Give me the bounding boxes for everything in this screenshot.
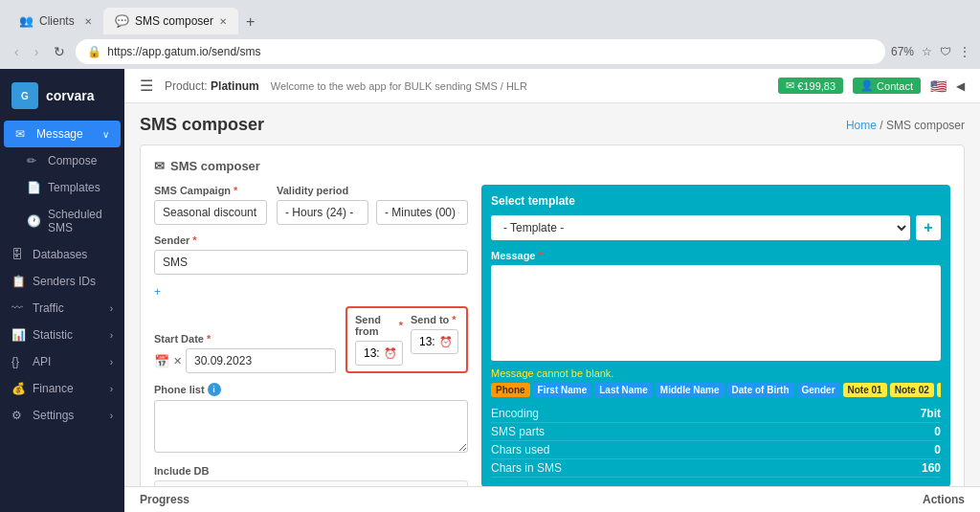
tag-gender[interactable]: Gender (797, 383, 840, 397)
chevron-settings: › (110, 411, 113, 421)
sidebar-item-senderids[interactable]: 📋 Senders IDs (0, 268, 124, 295)
stats-row-encoding: Encoding7bit (491, 405, 941, 423)
breadcrumb-home[interactable]: Home (846, 119, 877, 132)
message-textarea[interactable] (491, 265, 941, 361)
stats-row-sms-parts: SMS parts0 (491, 423, 941, 441)
topbar-menu-icon[interactable]: ☰ (140, 77, 153, 95)
tab-close-sms[interactable]: ✕ (219, 16, 227, 27)
sidebar-label-traffic: Traffic (33, 301, 64, 315)
sidebar-item-message[interactable]: ✉ Message ∨ (4, 121, 121, 147)
page-header: SMS composer Home / SMS composer (140, 115, 965, 135)
sidebar-item-databases[interactable]: 🗄 Databases (0, 241, 124, 268)
start-date-input[interactable] (186, 348, 336, 373)
sidebar-item-compose[interactable]: ✏ Compose (0, 147, 124, 174)
balance-value: €199,83 (797, 80, 835, 92)
sender-select[interactable]: SMS (154, 250, 468, 275)
validity-label: Validity period (277, 185, 468, 196)
include-db-label: Include DB (154, 465, 468, 477)
tag-phone[interactable]: Phone (491, 383, 530, 397)
traffic-icon: 〰 (11, 301, 25, 315)
stats-label: Chars used (491, 443, 934, 456)
tag-date-of-birth[interactable]: Date of Birth (727, 383, 794, 397)
message-label: Message * (491, 250, 941, 261)
databases-icon: 🗄 (11, 248, 25, 261)
composer-card: ✉ SMS composer SMS Campaign * (140, 145, 965, 486)
breadcrumb-current: SMS composer (886, 119, 965, 132)
select-template-panel: Select template - Template - + Message * (481, 185, 950, 486)
tag-first-name[interactable]: First Name (533, 383, 592, 397)
senderids-icon: 📋 (11, 275, 25, 288)
templates-icon: 📄 (27, 181, 40, 194)
sidebar-label-compose: Compose (48, 154, 97, 167)
validity-hours-select[interactable]: - Hours (24) - (277, 200, 368, 225)
message-required: * (538, 250, 542, 261)
calendar-icon[interactable]: 📅 (154, 354, 169, 368)
sidebar-item-traffic[interactable]: 〰 Traffic › (0, 295, 124, 322)
tag-note-01[interactable]: Note 01 (843, 383, 887, 397)
start-date-label: Start Date * (154, 333, 336, 345)
phone-list-textarea[interactable] (154, 400, 468, 453)
validity-minutes-select[interactable]: - Minutes (00) - (376, 200, 468, 225)
tag-middle-name[interactable]: Middle Name (656, 383, 724, 397)
product-label: Product: (165, 79, 208, 93)
tag-last-name[interactable]: Last Name (594, 383, 653, 397)
tag-note-02[interactable]: Note 02 (890, 383, 934, 397)
new-tab-button[interactable]: + (238, 10, 262, 34)
forward-button[interactable]: › (30, 42, 44, 61)
stats-value: 0 (934, 443, 941, 456)
bookmark-icon[interactable]: ☆ (922, 45, 932, 58)
sidebar-item-settings[interactable]: ⚙ Settings › (0, 402, 124, 429)
sidebar-item-templates[interactable]: 📄 Templates (0, 174, 124, 201)
tab-label-clients: Clients (39, 14, 75, 28)
tag-note-03[interactable]: Note 03 (937, 383, 941, 397)
sidebar-label-finance: Finance (33, 382, 74, 395)
stats-label: Encoding (491, 407, 921, 420)
expand-icon[interactable]: ◀ (956, 79, 965, 93)
sidebar-label-templates: Templates (48, 181, 100, 194)
sidebar-label-scheduled: Scheduled SMS (48, 208, 113, 234)
send-to-field: Send to * ⏰ (411, 314, 458, 366)
tab-close-clients[interactable]: ✕ (84, 16, 92, 27)
chevron-statistic: › (110, 330, 113, 341)
sender-required: * (192, 234, 196, 246)
sidebar-item-api[interactable]: {} API › (0, 348, 124, 375)
message-icon: ✉ (15, 127, 29, 141)
sms-favicon: 💬 (115, 14, 129, 28)
reload-button[interactable]: ↻ (49, 42, 70, 61)
balance-badge[interactable]: ✉ €199,83 (778, 78, 843, 94)
contact-icon: 👤 (860, 79, 874, 92)
card-title-icon: ✉ (154, 159, 165, 173)
menu-icon[interactable]: ⋮ (959, 45, 970, 58)
page-content: SMS composer Home / SMS composer ✉ SMS c… (124, 103, 980, 486)
add-field-link[interactable]: + (154, 285, 161, 299)
balance-icon: ✉ (786, 79, 794, 92)
stats-label: Chars in SMS (491, 461, 922, 475)
browser-tab-sms[interactable]: 💬 SMS composer ✕ (103, 8, 238, 34)
back-button[interactable]: ‹ (10, 42, 24, 61)
sidebar: G corvara ✉ Message ∨ ✏ Compose 📄 Templa… (0, 69, 124, 512)
extensions-icon[interactable]: 🛡 (940, 45, 951, 58)
sidebar-item-scheduled[interactable]: 🕐 Scheduled SMS (0, 201, 124, 241)
template-add-button[interactable]: + (916, 215, 941, 240)
contact-label: Contact (877, 80, 913, 92)
main-content: ☰ Product: Platinum Welcome to the web a… (124, 69, 980, 512)
sidebar-item-finance[interactable]: 💰 Finance › (0, 375, 124, 402)
phone-list-info-icon[interactable]: i (208, 383, 221, 396)
logo-icon: G (11, 82, 38, 109)
send-range-box: Send from * ⏰ (345, 306, 468, 373)
scheduled-icon: 🕐 (27, 214, 40, 228)
stats-value: 7bit (921, 407, 941, 420)
contact-badge[interactable]: 👤 Contact (853, 78, 921, 94)
browser-tab-clients[interactable]: 👥 Clients ✕ (8, 8, 103, 34)
date-clear-icon[interactable]: ✕ (173, 355, 182, 367)
chevron-finance: › (110, 384, 113, 394)
template-select[interactable]: - Template - (491, 215, 910, 240)
address-bar[interactable]: 🔒 https://app.gatum.io/send/sms (76, 39, 885, 64)
sidebar-item-statistic[interactable]: 📊 Statistic › (0, 322, 124, 348)
settings-icon: ⚙ (11, 409, 25, 422)
campaign-input[interactable] (154, 200, 267, 225)
security-icon: 🔒 (87, 45, 101, 58)
template-panel-title: Select template (491, 194, 941, 208)
flag-icon[interactable]: 🇺🇸 (930, 78, 947, 94)
clock-to-icon: ⏰ (439, 336, 453, 348)
